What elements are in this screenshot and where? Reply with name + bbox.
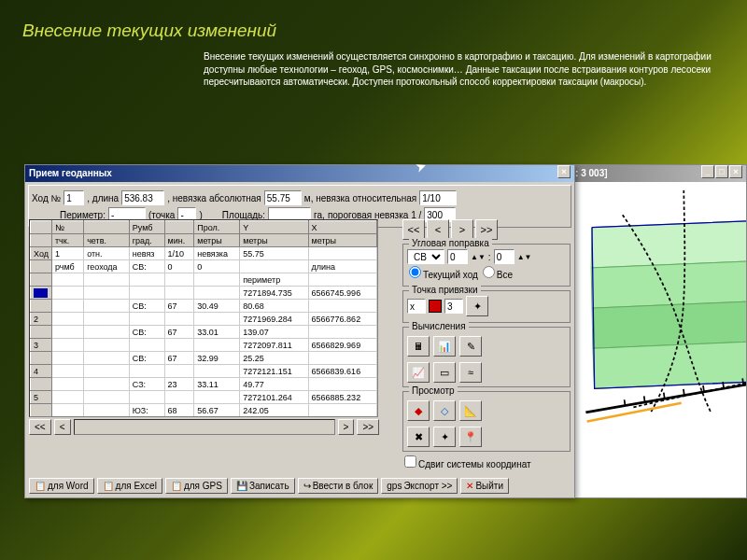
excel-button[interactable]: 📋для Excel bbox=[97, 478, 162, 494]
table-row[interactable]: СЗ:2333.1149.77 bbox=[31, 378, 377, 391]
table-row[interactable]: ЮЗ:6856.67242.05 bbox=[31, 404, 377, 417]
close-icon: ✕ bbox=[466, 481, 473, 491]
max-button[interactable]: □ bbox=[715, 165, 728, 178]
calc-icon[interactable]: 🖩 bbox=[407, 336, 430, 357]
nevabs-label: , невязка абсолютная bbox=[167, 193, 261, 203]
svg-line-10 bbox=[723, 382, 724, 388]
svg-line-12 bbox=[578, 403, 682, 423]
export-button[interactable]: gps Экспорт >> bbox=[381, 478, 458, 494]
red-square-icon bbox=[429, 300, 442, 313]
cb-select[interactable]: СВ: bbox=[407, 249, 444, 264]
table-row[interactable]: рчмбгеоходаСВ:00длина bbox=[31, 260, 377, 273]
pencil-icon[interactable]: ✎ bbox=[459, 336, 482, 357]
table-row[interactable]: Ход1отн.невяз1/10невязка55.75 bbox=[31, 247, 377, 260]
copy-icon: 📋 bbox=[171, 481, 182, 491]
nevabs-input[interactable] bbox=[264, 190, 302, 205]
word-button[interactable]: 📋для Word bbox=[29, 478, 94, 494]
copy-icon: 📋 bbox=[103, 481, 114, 491]
svg-line-6 bbox=[644, 396, 645, 402]
copy-icon: 📋 bbox=[35, 481, 46, 491]
radio-current[interactable]: Текущий ход bbox=[407, 266, 478, 280]
nevrel-label: м, невязка относительная bbox=[304, 193, 416, 203]
table-row[interactable]: 47272121.1516566839.616 bbox=[31, 365, 377, 378]
table-row[interactable]: 27271969.2846566776.862 bbox=[31, 313, 377, 326]
arrow-icon: ↪ bbox=[303, 481, 311, 491]
gps-icon: gps bbox=[387, 481, 402, 491]
nav-first[interactable]: << bbox=[29, 419, 51, 435]
table-row[interactable]: СВ:6730.4980.68 bbox=[31, 300, 377, 313]
close-icon[interactable]: × bbox=[557, 165, 571, 178]
nav-l-icon[interactable]: < bbox=[427, 219, 449, 240]
dlina-label: , длина bbox=[87, 193, 119, 203]
nav-dl-icon[interactable]: << bbox=[402, 219, 425, 240]
table-row[interactable]: 67271875.3716566798.274 bbox=[31, 417, 377, 418]
calc2-icon[interactable]: 📊 bbox=[433, 336, 456, 357]
graph-icon[interactable]: 📈 bbox=[407, 362, 430, 383]
svg-line-11 bbox=[742, 378, 743, 385]
tp-x[interactable] bbox=[407, 299, 426, 314]
perim-label: Периметр: bbox=[60, 210, 106, 220]
group-calc: Вычисления bbox=[409, 321, 469, 331]
hod-label: Ход № bbox=[32, 193, 61, 203]
svg-line-7 bbox=[664, 393, 665, 399]
area-unit: га, bbox=[314, 210, 325, 220]
tochka-label: (точка bbox=[148, 210, 176, 220]
porog-label: пороговая невязка 1 / bbox=[328, 210, 421, 220]
save-button[interactable]: 💾Записать bbox=[231, 478, 295, 494]
area-label: Площадь: bbox=[222, 210, 265, 220]
nav-dr-icon[interactable]: >> bbox=[475, 219, 498, 240]
map-title: [ : 3 003] bbox=[570, 165, 608, 182]
hod-input[interactable] bbox=[63, 190, 84, 205]
table-row[interactable]: 37272097.8116566829.969 bbox=[31, 339, 377, 352]
window-title: Прием геоданных bbox=[29, 165, 112, 182]
map-window: [ : 3 003] _ □ × bbox=[565, 164, 747, 498]
tochka-close: ) bbox=[199, 210, 202, 220]
gps-button[interactable]: 📋для GPS bbox=[165, 478, 228, 494]
tp-n[interactable] bbox=[444, 299, 463, 314]
slide-description: Внесение текущих изменений осуществляетс… bbox=[204, 50, 726, 89]
view2-icon[interactable]: ◇ bbox=[433, 400, 456, 421]
svg-line-5 bbox=[625, 399, 626, 406]
shift-checkbox[interactable]: Сдвиг системы координат bbox=[402, 455, 531, 469]
slide-title: Внесение текущих изменений bbox=[22, 21, 276, 41]
data-grid[interactable]: №РумбПрол.YXтчк.четв.град.мин.метрыметры… bbox=[30, 220, 377, 417]
table-row[interactable]: СВ:6732.9925.25 bbox=[31, 352, 377, 365]
nav-next[interactable]: > bbox=[338, 419, 355, 435]
group-angle: Угловая поправка bbox=[409, 238, 492, 248]
close-button[interactable]: × bbox=[729, 165, 742, 178]
radio-all[interactable]: Все bbox=[481, 266, 513, 280]
view3-icon[interactable]: 📐 bbox=[459, 400, 482, 421]
exit-button[interactable]: ✕Выйти bbox=[460, 478, 509, 494]
table-row[interactable]: 7271894.7356566745.996 bbox=[31, 287, 377, 300]
min-button[interactable]: _ bbox=[701, 165, 714, 178]
deg-input[interactable] bbox=[447, 249, 468, 264]
svg-line-9 bbox=[703, 385, 704, 392]
block-button[interactable]: ↪Ввести в блок bbox=[298, 478, 379, 494]
min-input[interactable] bbox=[494, 249, 514, 264]
tilde-icon[interactable]: ≈ bbox=[459, 362, 482, 383]
table-row[interactable]: периметр bbox=[31, 273, 377, 287]
grid-scrollbar[interactable]: << < > >> bbox=[29, 419, 379, 435]
view4-icon[interactable]: ✖ bbox=[407, 427, 430, 447]
nav-last[interactable]: >> bbox=[357, 419, 379, 435]
view5-icon[interactable]: ✦ bbox=[433, 427, 456, 447]
dlina-input[interactable] bbox=[121, 190, 164, 205]
svg-line-8 bbox=[684, 389, 684, 396]
rect-icon[interactable]: ▭ bbox=[433, 362, 456, 383]
view6-icon[interactable]: 📍 bbox=[459, 427, 482, 447]
nevrel-input[interactable] bbox=[419, 190, 457, 205]
view1-icon[interactable]: ◆ bbox=[407, 400, 430, 421]
map-canvas[interactable] bbox=[566, 182, 746, 497]
geodata-window: Прием геоданных × Ход № , длина , невязк… bbox=[24, 164, 575, 498]
anchor-icon[interactable]: ✦ bbox=[466, 296, 488, 316]
group-view: Просмотр bbox=[409, 385, 458, 396]
group-anchor: Точка привязки bbox=[409, 285, 481, 295]
table-row[interactable]: СВ:6733.01139.07 bbox=[31, 326, 377, 339]
nav-r-icon[interactable]: > bbox=[451, 219, 473, 240]
table-row[interactable]: 57272101.2646566885.232 bbox=[31, 391, 377, 404]
nav-prev[interactable]: < bbox=[54, 419, 71, 435]
disk-icon: 💾 bbox=[236, 481, 247, 491]
